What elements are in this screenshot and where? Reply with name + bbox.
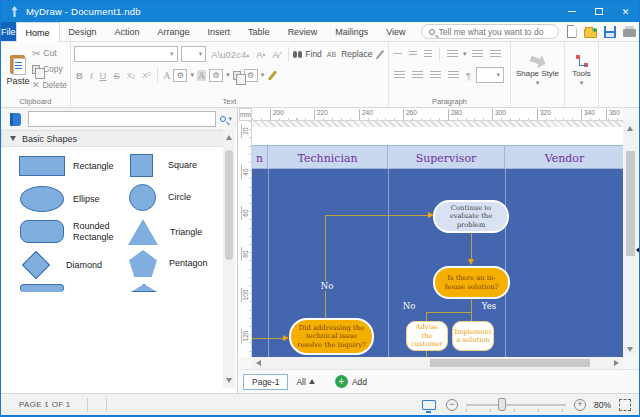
connector-inhouse-stem[interactable] — [471, 299, 472, 312]
subscript-button[interactable]: X₂ — [125, 71, 137, 80]
tell-me-input[interactable] — [439, 27, 551, 37]
lane-header-supervisor[interactable]: Supervisor — [388, 146, 505, 170]
shape-search-input[interactable] — [28, 111, 216, 127]
fit-page-icon[interactable] — [619, 399, 631, 411]
fill-style-icon[interactable] — [233, 71, 241, 80]
lane-header-technician[interactable]: Technician — [268, 146, 388, 170]
save-icon[interactable] — [604, 26, 616, 38]
strikethrough-button[interactable]: S — [111, 70, 121, 81]
superscript-button[interactable]: X² — [140, 71, 152, 80]
connector-no-feedback-h[interactable] — [325, 215, 428, 216]
basic-shapes-header[interactable]: Basic Shapes — [1, 130, 224, 147]
fill-gear-icon[interactable]: ⚙ — [244, 69, 258, 82]
shape-search-button[interactable]: ▾ — [220, 115, 232, 123]
connector-into-resolve[interactable] — [252, 338, 284, 339]
tab-mailings[interactable]: Mailings — [326, 22, 377, 41]
paste-button[interactable]: Paste — [4, 45, 32, 95]
connector-branch-no[interactable] — [426, 312, 427, 321]
slider-track[interactable] — [466, 404, 566, 406]
horizontal-scrollbar[interactable] — [252, 357, 623, 369]
align-middle-button[interactable] — [407, 50, 419, 58]
tools-group[interactable]: Tools ▾ — [565, 42, 599, 107]
pilcrow-button[interactable]: ¶ — [464, 70, 473, 81]
tab-view[interactable]: View — [377, 22, 414, 41]
tab-action[interactable]: Action — [106, 22, 149, 41]
tab-review[interactable]: Review — [279, 22, 327, 41]
slider-thumb[interactable] — [498, 398, 506, 411]
shape-item-square[interactable]: Square — [130, 154, 223, 177]
tab-arrange[interactable]: Arrange — [149, 22, 199, 41]
scroll-thumb[interactable] — [430, 359, 590, 367]
scroll-thumb[interactable] — [626, 151, 635, 256]
add-page-button[interactable]: + Add — [335, 375, 367, 388]
vertical-scrollbar[interactable] — [624, 121, 637, 357]
zoom-slider[interactable] — [466, 398, 566, 412]
find-button[interactable]: Find — [305, 49, 322, 59]
lane-header-partial[interactable]: n — [252, 146, 268, 170]
minimize-button[interactable] — [558, 1, 585, 22]
shape-item-triangle[interactable]: Triangle — [128, 219, 223, 245]
node-advise-customer[interactable]: Advise the customer — [406, 321, 448, 351]
connector-continue-inhouse[interactable] — [471, 233, 472, 261]
tab-home[interactable]: Home — [16, 22, 60, 42]
cut-button[interactable]: ✂Cut — [32, 45, 67, 61]
node-implement-solution[interactable]: Implement a solution — [452, 321, 494, 351]
scroll-up-icon[interactable] — [226, 135, 232, 140]
scroll-down-icon[interactable] — [627, 347, 633, 352]
shape-item-partial[interactable] — [131, 284, 157, 292]
zoom-out-button[interactable]: − — [446, 399, 458, 411]
canvas[interactable]: n Technician Supervisor Vendor — [252, 121, 623, 357]
print-icon[interactable] — [623, 29, 636, 37]
panel-collapse-icon[interactable] — [636, 246, 640, 254]
shape-item-partial[interactable] — [20, 284, 64, 292]
bullet-list-icon[interactable] — [445, 49, 460, 60]
node-resolve-inquiry[interactable]: Did addressing the technical issue resol… — [289, 318, 374, 355]
open-file-icon[interactable] — [584, 29, 597, 38]
delete-button[interactable]: ✕Delete — [32, 77, 67, 93]
swimlane-body[interactable]: Continue to evaluate the problem Is ther… — [252, 169, 623, 357]
align-center-button[interactable] — [410, 70, 425, 81]
file-menu-button[interactable]: File — [1, 22, 16, 41]
clear-format-button[interactable]: A∕ — [271, 49, 283, 60]
new-document-icon[interactable] — [567, 25, 577, 38]
increase-indent-button[interactable] — [488, 49, 503, 60]
decrease-indent-button[interactable] — [470, 49, 485, 60]
tell-me-search[interactable] — [421, 24, 559, 39]
chevron-down-icon[interactable]: ▾ — [226, 71, 230, 79]
highlight-color-icon[interactable]: A — [197, 70, 206, 81]
tab-insert[interactable]: Insert — [199, 22, 240, 41]
shape-item-rectangle[interactable]: Rectangle — [19, 156, 135, 176]
align-right-button[interactable] — [428, 70, 443, 81]
fit-screen-icon[interactable] — [422, 400, 436, 410]
grow-font-button[interactable]: A\u02c4▴ — [209, 49, 251, 60]
shape-item-diamond[interactable]: Diamond — [20, 252, 128, 278]
connector-branch-yes[interactable] — [471, 312, 472, 321]
tab-table[interactable]: Table — [239, 22, 279, 41]
align-left-button[interactable] — [392, 70, 407, 81]
underline-button[interactable]: U — [98, 70, 109, 81]
eyedropper-icon[interactable] — [376, 49, 384, 58]
tab-design[interactable]: Design — [60, 22, 106, 41]
shape-item-pentagon[interactable]: Pentagon — [129, 250, 223, 277]
font-family-select[interactable]: ▾ — [74, 46, 178, 62]
page-tab-1[interactable]: Page-1 — [243, 374, 288, 390]
maximize-button[interactable] — [585, 1, 612, 22]
close-button[interactable]: ✕ — [612, 1, 639, 22]
format-painter-icon[interactable] — [268, 70, 277, 80]
shape-item-ellipse[interactable]: Ellipse — [20, 186, 135, 212]
scroll-right-icon[interactable] — [614, 360, 619, 366]
replace-button[interactable]: Replace — [341, 49, 372, 59]
font-color-gear-icon[interactable]: ⚙ — [173, 69, 187, 82]
scroll-up-icon[interactable] — [627, 126, 633, 131]
shrink-font-button[interactable]: A▾ — [254, 49, 267, 60]
chevron-down-icon[interactable]: ▾ — [190, 71, 194, 79]
node-inhouse-solution[interactable]: Is there an in-house solution? — [433, 266, 510, 299]
zoom-in-button[interactable]: + — [574, 399, 586, 411]
highlight-gear-icon[interactable]: ⚙ — [209, 69, 223, 82]
scroll-thumb[interactable] — [225, 150, 233, 260]
font-color-icon[interactable]: A — [163, 70, 170, 81]
copy-button[interactable]: Copy — [32, 61, 67, 77]
chevron-down-icon[interactable]: ▾ — [261, 71, 265, 79]
library-book-button[interactable] — [6, 111, 24, 127]
align-top-button[interactable] — [392, 52, 404, 57]
